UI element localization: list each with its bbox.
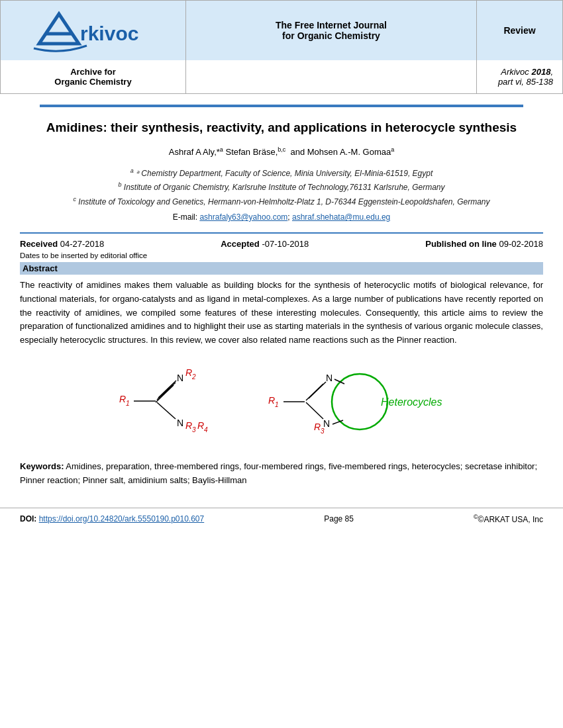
svg-line-12 (157, 402, 176, 419)
top-divider (40, 105, 523, 107)
svg-text:Heterocycles: Heterocycles (381, 396, 442, 408)
journal-line2: for Organic Chemistry (195, 30, 467, 41)
authors-line: Ashraf A Aly,*a Stefan Bräse,b,c and Moh… (20, 146, 543, 157)
archive-label-cell: Archive for Organic Chemistry (1, 60, 186, 94)
svg-line-6 (157, 383, 176, 400)
svg-text:N: N (177, 418, 183, 428)
logo: rkivoc (10, 7, 176, 54)
doi-label: DOI: (20, 514, 39, 523)
chemical-structures: R 1 N R 2 N R 3 R 4 (20, 361, 543, 440)
abstract-header: Abstract (20, 262, 543, 275)
published-label: Published on line (425, 239, 497, 249)
journal-title-cell: The Free Internet Journal for Organic Ch… (186, 1, 477, 61)
svg-marker-0 (39, 14, 79, 44)
amidine-structure-left: R 1 N R 2 N R 3 R 4 (113, 363, 225, 439)
doi-link[interactable]: https://doi.org/10.24820/ark.5550190.p01… (39, 514, 205, 523)
svg-text:R: R (185, 420, 192, 431)
svg-line-24 (306, 402, 323, 419)
svg-text:R: R (314, 422, 321, 432)
svg-line-10 (156, 385, 174, 402)
editorial-note: Dates to be inserted by editorial office (20, 251, 543, 259)
page-number: Page 85 (324, 514, 354, 523)
svg-text:3: 3 (321, 428, 325, 435)
svg-text:R: R (185, 367, 192, 378)
svg-text:N: N (177, 373, 183, 383)
keywords-label: Keywords: (20, 461, 64, 471)
citation-text: Arkivoc 2018, part vi, 85-138 (498, 67, 553, 87)
svg-line-22 (309, 382, 326, 398)
affiliation-a: a ᵃ Chemistry Department, Faculty of Sci… (20, 166, 543, 180)
empty-cell (186, 60, 477, 94)
logo-cell: rkivoc (1, 1, 186, 61)
doi-section: DOI: https://doi.org/10.24820/ark.555019… (20, 514, 204, 523)
affiliation-c: c Institute of Toxicology and Genetics, … (20, 195, 543, 208)
amidine-structure-right: R 1 N N R 3 Heterocycles (265, 361, 450, 440)
svg-text:2: 2 (191, 373, 196, 381)
svg-text:3: 3 (192, 426, 196, 433)
svg-text:N: N (326, 373, 333, 383)
archive-line2: Organic Chemistry (10, 77, 176, 87)
accepted-date: Accepted -07-10-2018 (221, 239, 309, 249)
affiliations: a ᵃ Chemistry Department, Faculty of Sci… (20, 166, 543, 208)
svg-text:R: R (119, 394, 126, 404)
keywords-text: Amidines, preparation, three-membered ri… (20, 461, 537, 485)
section-label-cell: Review (477, 1, 563, 61)
keywords: Keywords: Amidines, preparation, three-m… (20, 460, 543, 488)
svg-text:1: 1 (275, 401, 279, 408)
copyright: ©©ARKAT USA, Inc (474, 514, 543, 524)
email1-link[interactable]: ashrafaly63@yahoo.com (199, 212, 287, 222)
journal-header: rkivoc The Free Internet Journal for Org… (0, 0, 563, 94)
arkivoc-logo-svg: rkivoc (27, 7, 160, 54)
middle-divider-top (20, 232, 543, 234)
abstract-text: The reactivity of amidines makes them va… (20, 279, 543, 347)
svg-text:1: 1 (126, 400, 130, 407)
article-title: Amidines: their synthesis, reactivity, a… (20, 119, 543, 137)
published-date: Published on line 09-02-2018 (425, 239, 543, 249)
email2-link[interactable]: ashraf.shehata@mu.edu.eg (292, 212, 390, 222)
email-line: E-mail: ashrafaly63@yahoo.com; ashraf.sh… (20, 212, 543, 222)
received-date: Received 04-27-2018 (20, 239, 104, 249)
email-label: E-mail: (173, 212, 200, 222)
received-label: Received (20, 239, 58, 249)
citation-cell: Arkivoc 2018, part vi, 85-138 (477, 60, 563, 94)
main-content: Amidines: their synthesis, reactivity, a… (0, 105, 563, 488)
affiliation-b: b Institute of Organic Chemistry, Karlsr… (20, 180, 543, 194)
svg-text:R: R (197, 420, 204, 431)
section-label: Review (503, 25, 535, 36)
accepted-label: Accepted (221, 239, 260, 249)
dates-row: Received 04-27-2018 Accepted -07-10-2018… (20, 239, 543, 249)
footer: DOI: https://doi.org/10.24820/ark.555019… (0, 508, 563, 529)
svg-text:4: 4 (204, 426, 208, 433)
journal-line1: The Free Internet Journal (195, 20, 467, 30)
svg-line-11 (158, 381, 176, 398)
svg-text:rkivoc: rkivoc (80, 23, 138, 44)
svg-text:R: R (268, 395, 275, 406)
archive-line1: Archive for (10, 67, 176, 77)
